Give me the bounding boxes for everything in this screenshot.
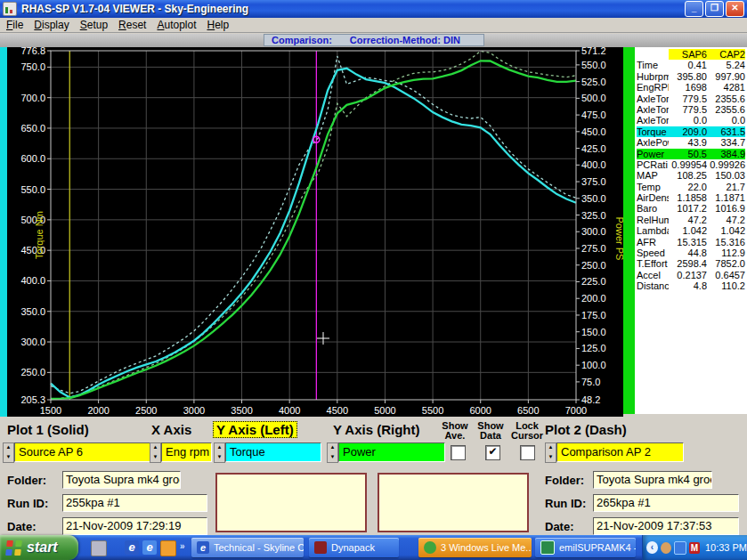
minimize-button[interactable]: _ xyxy=(685,1,703,17)
quick-launch-overflow-chevron[interactable]: » xyxy=(180,541,185,551)
y-right-tick-label: 450.0 xyxy=(581,126,606,137)
ie-icon-2[interactable]: e xyxy=(142,540,157,555)
y-right-axis-title: Power PS xyxy=(614,217,623,261)
table-row: Hubrpm395.80997.90 xyxy=(635,71,747,82)
folder1-label: Folder: xyxy=(7,474,46,487)
show-ave-checkbox[interactable] xyxy=(451,445,466,460)
y-right-tick-label: 475.0 xyxy=(581,110,606,120)
left-accent-strip xyxy=(0,47,7,417)
xaxis-select[interactable]: Eng rpm xyxy=(161,442,212,462)
y-right-tick-label: 550.0 xyxy=(581,60,606,70)
taskbar-button-emilsupramk4[interactable]: emilSUPRAMK4 - Win... xyxy=(535,538,636,557)
date2-field[interactable]: 21-Nov-2009 17:37:53 xyxy=(593,517,739,535)
menu-help[interactable]: Help xyxy=(204,18,237,32)
curve-power-solid xyxy=(51,61,576,399)
user-icon[interactable] xyxy=(661,542,671,554)
comment-box-2[interactable] xyxy=(378,473,529,532)
window-title: RHAS-SP V1.7-04 VIEWER - Sky-Engineering xyxy=(21,3,683,15)
y-right-tick-label: 375.0 xyxy=(581,176,606,187)
taskbar-clock: 10:33 PM xyxy=(705,542,747,553)
date1-field[interactable]: 21-Nov-2009 17:29:19 xyxy=(62,517,207,535)
restore-button[interactable]: ❐ xyxy=(705,1,724,17)
y-right-tick-label: 500.0 xyxy=(581,93,606,103)
x-tick-label: 4500 xyxy=(327,405,348,416)
data-table-body: Time0.415.24Hubrpm395.80997.90EngRPM1698… xyxy=(635,60,747,291)
taskbar-button-messenger[interactable]: 3 Windows Live Me... ▾ xyxy=(418,538,532,557)
ie-icon: e xyxy=(197,541,209,554)
table-row: Temp22.021.7 xyxy=(635,182,747,192)
image-icon xyxy=(540,540,555,555)
menu-reset[interactable]: Reset xyxy=(115,18,153,32)
x-tick-label: 2000 xyxy=(87,405,109,416)
folder2-field[interactable]: Toyota Supra mk4 groe xyxy=(593,471,712,489)
table-row: MAP108.25150.03 xyxy=(635,170,747,181)
y-right-tick-label: 75.0 xyxy=(581,377,600,387)
y-right-tick-label: 48.2 xyxy=(581,394,600,405)
dynapack-icon xyxy=(314,541,327,554)
table-row: AxleTorqS0.00.0 xyxy=(635,115,747,126)
taskbar-button-technical[interactable]: e Technical - Skyline C... xyxy=(191,538,304,557)
folder2-label: Folder: xyxy=(545,474,584,487)
menu-setup[interactable]: Setup xyxy=(77,18,115,32)
menu-file[interactable]: File xyxy=(3,18,30,32)
table-row: RelHum47.247.2 xyxy=(635,215,747,225)
table-row: AirDens1.18581.1871 xyxy=(635,192,747,203)
show-data-label: Show Data xyxy=(474,421,507,441)
dyno-chart[interactable]: 1500200025003000350040004500500055006000… xyxy=(7,47,623,417)
lock-cursor-checkbox[interactable] xyxy=(520,445,535,460)
table-row: EngRPM16984281 xyxy=(635,82,747,93)
menu-autoplot[interactable]: Autoplot xyxy=(153,18,203,32)
menu-display[interactable]: Display xyxy=(30,18,76,32)
curve-torque-solid xyxy=(51,69,576,398)
comment-box-1[interactable] xyxy=(215,473,367,532)
ie-icon[interactable]: e xyxy=(125,540,139,555)
table-header-row: SAP6 CAP2 xyxy=(635,49,747,60)
x-tick-label: 6500 xyxy=(517,405,539,416)
yaxis-left-select[interactable]: Torque xyxy=(225,442,321,462)
runid1-field[interactable]: 255kpa #1 xyxy=(62,494,207,512)
y-left-tick-label: 350.0 xyxy=(20,306,45,317)
keyboard-icon[interactable] xyxy=(91,540,107,556)
y-right-tick-label: 125.0 xyxy=(581,343,606,353)
yaxis-right-select[interactable]: Power xyxy=(338,442,445,462)
toolbar-strip: Comparison: Correction-Method: DIN xyxy=(0,34,747,47)
tray-collapse-chevron-icon[interactable]: ‹ xyxy=(646,541,658,554)
runid1-label: Run ID: xyxy=(7,497,48,510)
y-left-tick-label: 400.0 xyxy=(20,275,45,286)
windows-flag-icon xyxy=(5,540,22,556)
messenger-icon[interactable] xyxy=(160,540,176,556)
network-icon[interactable] xyxy=(674,541,686,555)
show-data-checkbox[interactable]: ✔ xyxy=(485,445,500,460)
data-readout-panel: SAP6 CAP2 Time0.415.24Hubrpm395.80997.90… xyxy=(635,47,747,414)
start-label: start xyxy=(27,540,58,556)
x-tick-label: 4000 xyxy=(279,405,300,416)
xaxis-label: X Axis xyxy=(151,422,191,437)
x-tick-label: 2500 xyxy=(135,405,157,416)
xaxis-spinner[interactable]: ▲▼ xyxy=(150,442,161,463)
folder1-field[interactable]: Toyota Supra mk4 groe xyxy=(62,471,181,489)
yaxis-right-label: Y Axis (Right) xyxy=(333,422,420,437)
plot2-select[interactable]: Comparison AP 2 xyxy=(556,442,684,462)
y-right-tick-label: 400.0 xyxy=(581,159,606,170)
y-left-tick-label: 250.0 xyxy=(20,367,45,377)
source-spinner[interactable]: ▲▼ xyxy=(3,442,14,463)
table-row: Lambda1.0421.042 xyxy=(635,225,747,236)
table-row: Speed44.8112.9 xyxy=(635,248,747,258)
table-row: Torque209.0631.5 xyxy=(635,126,747,137)
x-tick-label: 3000 xyxy=(183,405,205,416)
close-button[interactable]: ✕ xyxy=(726,1,744,17)
y-left-tick-label: 600.0 xyxy=(20,153,45,164)
start-button[interactable]: start xyxy=(0,535,78,560)
date2-label: Date: xyxy=(545,520,574,533)
taskbar-button-dynapack[interactable]: Dynapack xyxy=(309,538,399,557)
messenger-people-icon xyxy=(424,541,436,554)
msn-icon[interactable]: M xyxy=(689,542,700,554)
runid2-field[interactable]: 265kpa #1 xyxy=(593,494,739,512)
table-row: Time0.415.24 xyxy=(635,60,747,70)
application-window: RHAS-SP V1.7-04 VIEWER - Sky-Engineering… xyxy=(0,0,747,560)
y-right-tick-label: 525.0 xyxy=(581,77,606,87)
yaxis-right-spinner[interactable]: ▲▼ xyxy=(327,442,338,463)
plot2-spinner[interactable]: ▲▼ xyxy=(545,442,556,463)
yaxis-left-spinner[interactable]: ▲▼ xyxy=(214,442,225,463)
table-row: PCRati0.999540.99926 xyxy=(635,159,747,170)
